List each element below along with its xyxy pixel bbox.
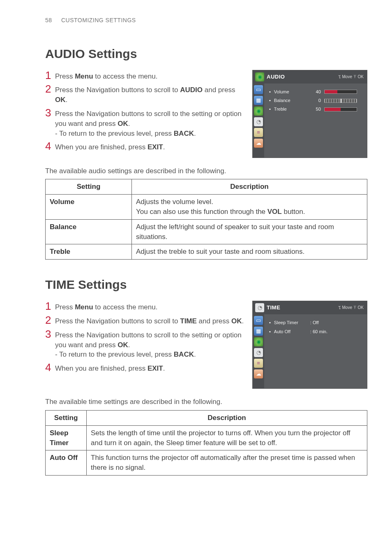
audio-step-2: 2 Press the Navigation buttons to scroll… — [45, 84, 245, 105]
page-header: 58 CUSTOMIZING SETTINGS — [45, 16, 367, 25]
option-tab-icon[interactable]: ≡ — [254, 128, 263, 137]
time-step-3: 3 Press the Navigation buttons to scroll… — [45, 329, 245, 360]
step-number: 4 — [45, 362, 55, 373]
osd-row-sleep-timer[interactable]: • Sleep Timer : Off — [269, 318, 363, 327]
time-section-title: TIME Settings — [45, 276, 367, 293]
time-tab-icon[interactable]: ◔ — [254, 348, 263, 357]
osd-sidebar: ▭ ▦ ◉ ◔ ≡ ☁ — [253, 314, 264, 388]
th-description: Description — [132, 179, 367, 195]
option-tab-icon[interactable]: ≡ — [254, 359, 263, 368]
table-row: Sleep Timer Sets the length of time unti… — [46, 425, 367, 450]
audio-settings-table: Setting Description Volume Adjusts the v… — [45, 179, 367, 260]
th-setting: Setting — [46, 179, 132, 195]
th-setting: Setting — [46, 410, 87, 425]
screen-tab-icon[interactable]: ▦ — [254, 96, 263, 105]
screen-tab-icon[interactable]: ▦ — [254, 327, 263, 336]
time-osd-panel: ◔ TIME ꔂ Move ꔉ OK ▭ ▦ ◉ ◔ ≡ ☁ • Sleep T… — [252, 301, 367, 389]
picture-tab-icon[interactable]: ▭ — [254, 85, 263, 94]
audio-osd-panel: ◉ AUDIO ꔂ Move ꔉ OK ▭ ▦ ◉ ◔ ≡ ☁ • Volume… — [252, 70, 367, 158]
audio-step-1: 1 Press Menu to access the menu. — [45, 70, 245, 81]
time-intro: The available time settings are describe… — [45, 397, 367, 407]
th-description: Description — [87, 410, 367, 425]
osd-row-volume[interactable]: • Volume 40 — [269, 88, 363, 96]
audio-tab-icon[interactable]: ◉ — [254, 337, 263, 346]
osd-row-balance[interactable]: • Balance 0 — [269, 96, 363, 105]
table-row: Treble Adjust the treble to suit your ta… — [46, 244, 367, 260]
time-tab-icon[interactable]: ◔ — [254, 117, 263, 126]
step-number: 3 — [45, 107, 55, 118]
page-number: 58 — [45, 17, 52, 23]
slider-bar[interactable] — [324, 107, 357, 111]
audio-step-3: 3 Press the Navigation buttons to scroll… — [45, 107, 245, 138]
table-row: Auto Off This function turns the project… — [46, 450, 367, 476]
picture-tab-icon[interactable]: ▭ — [254, 316, 263, 325]
network-tab-icon[interactable]: ☁ — [254, 369, 263, 378]
audio-tab-icon[interactable]: ◉ — [254, 107, 263, 116]
time-settings-table: Setting Description Sleep Timer Sets the… — [45, 410, 367, 476]
breadcrumb: CUSTOMIZING SETTINGS — [61, 17, 136, 23]
osd-content: • Volume 40 • Balance 0 • Treble 50 — [264, 84, 367, 158]
step-number: 4 — [45, 141, 55, 151]
osd-title: TIME — [267, 304, 280, 311]
time-icon: ◔ — [255, 303, 264, 312]
audio-step-4: 4 When you are finished, press EXIT. — [45, 141, 245, 152]
time-step-2: 2 Press the Navigation buttons to scroll… — [45, 315, 245, 326]
osd-title: AUDIO — [267, 73, 285, 81]
slider-bar[interactable] — [324, 90, 357, 94]
osd-nav-hint: ꔂ Move ꔉ OK — [338, 74, 364, 80]
osd-sidebar: ▭ ▦ ◉ ◔ ≡ ☁ — [253, 84, 264, 158]
osd-row-auto-off[interactable]: • Auto Off : 60 min. — [269, 327, 363, 336]
table-row: Balance Adjust the left/right sound of s… — [46, 219, 367, 244]
osd-row-treble[interactable]: • Treble 50 — [269, 105, 363, 114]
time-steps: 1 Press Menu to access the menu. 2 Press… — [45, 301, 245, 376]
slider-bar[interactable] — [324, 99, 357, 103]
osd-nav-hint: ꔂ Move ꔉ OK — [338, 305, 364, 311]
audio-intro: The available audio settings are describ… — [45, 166, 367, 176]
step-number: 1 — [45, 301, 55, 311]
step-number: 2 — [45, 315, 55, 325]
osd-content: • Sleep Timer : Off • Auto Off : 60 min. — [264, 314, 367, 388]
time-step-1: 1 Press Menu to access the menu. — [45, 301, 245, 312]
audio-section-title: AUDIO Settings — [45, 45, 367, 63]
network-tab-icon[interactable]: ☁ — [254, 139, 263, 148]
table-row: Volume Adjusts the volume level. You can… — [46, 195, 367, 220]
step-number: 1 — [45, 70, 55, 81]
audio-icon: ◉ — [255, 72, 264, 81]
step-number: 3 — [45, 329, 55, 339]
audio-steps: 1 Press Menu to access the menu. 2 Press… — [45, 70, 245, 155]
time-step-4: 4 When you are finished, press EXIT. — [45, 362, 245, 374]
step-number: 2 — [45, 84, 55, 94]
